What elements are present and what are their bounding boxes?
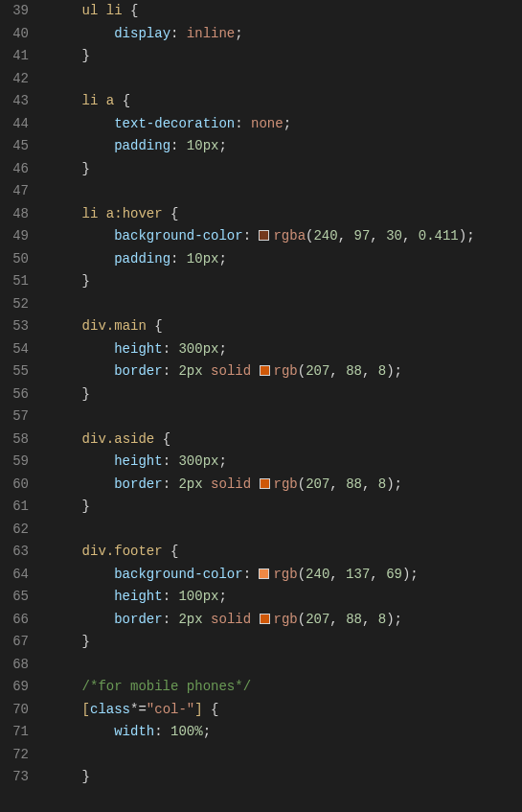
code-line[interactable]: /*for mobile phones*/ (50, 676, 522, 699)
code-line[interactable]: display: inline; (50, 23, 522, 46)
code-line[interactable] (50, 68, 522, 91)
token-sel: li (82, 206, 106, 221)
code-line[interactable]: border: 2px solid rgb(207, 88, 8); (50, 609, 522, 632)
line-number: 68 (0, 654, 29, 677)
code-area[interactable]: ul li { display: inline; } li a { text-d… (40, 0, 522, 789)
code-line[interactable] (50, 654, 522, 677)
token-num: 10px (187, 251, 219, 267)
code-line[interactable]: } (50, 45, 522, 68)
token-val: solid (211, 363, 251, 379)
code-line[interactable]: } (50, 383, 522, 406)
token-num: 88 (346, 612, 362, 627)
code-line[interactable]: div.footer { (50, 541, 522, 564)
token-prop: text-decoration (114, 116, 235, 131)
token-punc: ; (218, 453, 226, 469)
line-number: 71 (0, 721, 29, 744)
line-number: 72 (0, 744, 29, 767)
line-number: 45 (0, 135, 29, 158)
line-number: 50 (0, 248, 29, 271)
token-colon: : (243, 228, 260, 244)
code-line[interactable]: ul li { (50, 0, 522, 23)
color-swatch-icon[interactable] (259, 230, 269, 241)
code-line[interactable]: border: 2px solid rgb(207, 88, 8); (50, 360, 522, 383)
code-line[interactable]: } (50, 270, 522, 293)
code-line[interactable]: padding: 10px; (50, 135, 522, 158)
token-brace: { (170, 544, 178, 559)
token-num: 2px (178, 612, 202, 627)
code-line[interactable]: height: 100px; (50, 586, 522, 609)
token-sel: ul (82, 3, 106, 18)
token-prop: display (114, 26, 170, 41)
code-line[interactable]: height: 300px; (50, 451, 522, 474)
token-punc: , (329, 612, 346, 627)
code-line[interactable]: li a:hover { (50, 203, 522, 226)
code-line[interactable]: border: 2px solid rgb(207, 88, 8); (50, 474, 522, 497)
code-line[interactable] (50, 293, 522, 316)
token-colon: : (154, 724, 170, 739)
token-punc: , (362, 363, 378, 379)
token-prop: width (114, 724, 154, 739)
color-swatch-icon[interactable] (259, 568, 269, 579)
token-punc (203, 612, 211, 627)
token-punc (251, 476, 259, 492)
code-line[interactable]: background-color: rgb(240, 137, 69); (50, 564, 522, 587)
token-num: 100px (178, 589, 218, 604)
line-number: 61 (0, 496, 29, 519)
token-sel: li (82, 93, 106, 108)
code-line[interactable] (50, 406, 522, 429)
code-line[interactable]: div.main { (50, 315, 522, 338)
code-line[interactable]: } (50, 631, 522, 654)
color-swatch-icon[interactable] (260, 365, 270, 376)
color-swatch-icon[interactable] (260, 614, 270, 624)
token-num: 207 (306, 476, 329, 492)
token-prop: background-color (114, 228, 242, 244)
token-sel: li (106, 3, 130, 18)
code-line[interactable]: width: 100%; (50, 721, 522, 744)
code-line[interactable]: div.aside { (50, 429, 522, 452)
token-punc: , (338, 228, 354, 244)
line-number: 52 (0, 293, 29, 316)
line-number: 73 (0, 766, 29, 789)
line-number: 54 (0, 338, 29, 361)
token-brace: } (82, 48, 90, 63)
code-line[interactable]: padding: 10px; (50, 248, 522, 271)
code-editor[interactable]: 3940414243444546474849505152535455565758… (0, 0, 522, 789)
code-line[interactable]: } (50, 496, 522, 519)
token-punc: ( (298, 567, 306, 582)
token-punc (203, 363, 211, 379)
code-line[interactable] (50, 180, 522, 203)
token-sel: .footer (106, 544, 170, 559)
token-func: rgb (274, 476, 298, 492)
code-line[interactable]: background-color: rgba(240, 97, 30, 0.41… (50, 225, 522, 248)
line-number: 39 (0, 0, 29, 23)
code-line[interactable]: } (50, 766, 522, 789)
token-sel: a (106, 93, 123, 108)
token-punc: ) (386, 363, 394, 379)
token-func: rgb (273, 567, 297, 582)
color-swatch-icon[interactable] (260, 478, 270, 489)
token-punc (203, 476, 211, 492)
token-punc: , (370, 228, 386, 244)
token-punc: ; (235, 26, 242, 41)
token-sel: div (82, 544, 106, 559)
code-line[interactable] (50, 519, 522, 542)
line-number: 55 (0, 360, 29, 383)
line-number: 53 (0, 315, 29, 338)
code-line[interactable]: [class*="col-"] { (50, 699, 522, 722)
code-line[interactable] (50, 744, 522, 767)
code-line[interactable]: height: 300px; (50, 338, 522, 361)
token-colon: : (170, 138, 187, 153)
code-line[interactable]: li a { (50, 90, 522, 113)
code-line[interactable]: } (50, 158, 522, 181)
token-punc: , (329, 476, 346, 492)
code-line[interactable]: text-decoration: none; (50, 113, 522, 136)
token-num: 0.411 (419, 228, 459, 244)
token-punc: ; (218, 251, 226, 267)
token-colon: : (163, 341, 179, 357)
token-prop: border (114, 612, 162, 627)
token-punc: ; (395, 476, 402, 492)
line-number: 46 (0, 158, 29, 181)
token-sel: div (82, 318, 106, 334)
token-num: 100% (170, 724, 203, 739)
token-prop: border (114, 363, 162, 379)
